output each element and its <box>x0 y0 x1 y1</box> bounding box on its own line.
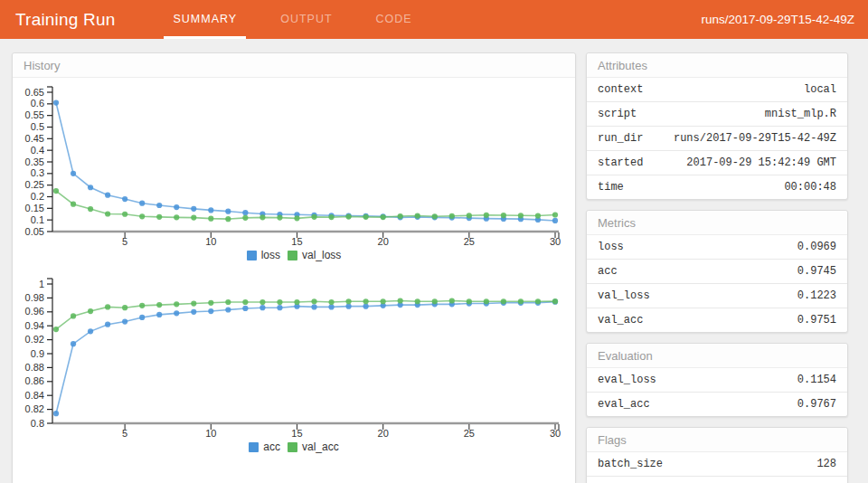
kv-value: mnist_mlp.R <box>765 108 836 120</box>
metrics-rows: loss0.0969acc0.9745val_loss0.1223val_acc… <box>587 235 847 332</box>
main-content: History 510152025300.650.60.550.50.450.4… <box>0 39 868 483</box>
kv-key: acc <box>598 265 618 278</box>
svg-text:0.3: 0.3 <box>31 167 44 178</box>
attributes-panel-title: Attributes <box>587 53 847 78</box>
svg-text:0.88: 0.88 <box>25 362 44 373</box>
svg-text:5: 5 <box>122 236 127 247</box>
kv-row: val_acc0.9751 <box>587 308 847 332</box>
svg-text:25: 25 <box>464 236 475 247</box>
flags-rows: batch_size128dropout10.4 <box>587 452 847 483</box>
legend-label: val_acc <box>302 440 339 453</box>
kv-key: batch_size <box>598 458 663 470</box>
flags-panel-title: Flags <box>587 428 847 452</box>
kv-value: 00:00:48 <box>784 181 836 194</box>
kv-row: time00:00:48 <box>587 175 847 199</box>
kv-row: started2017-09-29 15:42:49 GMT <box>587 151 847 175</box>
legend-swatch-icon <box>288 251 297 260</box>
summary-sidebar: Attributes contextlocalscriptmnist_mlp.R… <box>586 52 848 483</box>
tab-output[interactable]: OUTPUT <box>259 0 354 39</box>
tab-bar: SUMMARY OUTPUT CODE <box>151 0 433 39</box>
svg-text:10: 10 <box>205 236 216 247</box>
svg-text:0.65: 0.65 <box>25 87 44 98</box>
svg-text:0.9: 0.9 <box>31 348 44 359</box>
kv-key: run_dir <box>598 132 643 145</box>
app-header: Training Run SUMMARY OUTPUT CODE runs/20… <box>0 0 868 39</box>
kv-value: 0.9745 <box>797 265 836 278</box>
svg-text:0.6: 0.6 <box>31 98 44 109</box>
kv-value: 0.9751 <box>797 314 836 327</box>
history-panel: History 510152025300.650.60.550.50.450.4… <box>12 52 576 483</box>
legend-label: acc <box>263 440 280 453</box>
kv-value: 128 <box>816 458 836 470</box>
svg-text:15: 15 <box>291 428 302 439</box>
legend-swatch-icon <box>247 251 257 260</box>
kv-key: time <box>598 181 624 194</box>
run-label: runs/2017-09-29T15-42-49Z <box>701 0 868 39</box>
svg-text:0.1: 0.1 <box>31 214 44 225</box>
svg-text:15: 15 <box>291 236 302 247</box>
metrics-panel: Metrics loss0.0969acc0.9745val_loss0.122… <box>586 210 848 333</box>
history-panel-title: History <box>13 53 575 78</box>
svg-text:0.2: 0.2 <box>31 191 44 202</box>
kv-value: runs/2017-09-29T15-42-49Z <box>674 132 836 145</box>
svg-text:0.84: 0.84 <box>25 390 44 401</box>
svg-text:0.55: 0.55 <box>25 109 44 120</box>
evaluation-panel-title: Evaluation <box>587 344 847 368</box>
svg-text:0.25: 0.25 <box>25 179 44 190</box>
legend-swatch-icon <box>288 442 297 452</box>
kv-value: 2017-09-29 15:42:49 GMT <box>686 156 836 169</box>
svg-text:1: 1 <box>39 279 44 289</box>
app-title: Training Run <box>0 0 151 39</box>
svg-text:0.82: 0.82 <box>25 403 44 414</box>
kv-value: 0.0969 <box>797 241 836 253</box>
kv-key: eval_loss <box>598 374 656 386</box>
kv-row: dropout10.4 <box>587 477 847 483</box>
legend-label: loss <box>261 249 280 261</box>
svg-text:0.15: 0.15 <box>25 203 44 213</box>
kv-key: script <box>598 108 637 120</box>
kv-key: started <box>598 156 643 169</box>
legend-swatch-icon <box>249 442 259 452</box>
attributes-rows: contextlocalscriptmnist_mlp.Rrun_dirruns… <box>587 78 847 199</box>
svg-text:0.45: 0.45 <box>25 133 44 144</box>
kv-value: 0.1154 <box>797 374 836 386</box>
svg-text:10: 10 <box>205 428 216 439</box>
kv-row: batch_size128 <box>587 452 847 477</box>
legend-item-val_acc: val_acc <box>288 440 339 453</box>
kv-key: val_loss <box>598 289 650 302</box>
evaluation-rows: eval_loss0.1154eval_acc0.9767 <box>587 368 847 416</box>
svg-text:5: 5 <box>122 428 127 439</box>
svg-text:0.86: 0.86 <box>25 375 44 386</box>
loss-chart: 510152025300.650.60.550.50.450.40.350.30… <box>22 81 564 248</box>
svg-text:0.05: 0.05 <box>25 226 44 237</box>
svg-text:0.98: 0.98 <box>25 292 44 303</box>
legend-item-val_loss: val_loss <box>288 249 341 261</box>
kv-value: 0.1223 <box>797 289 836 302</box>
svg-text:0.35: 0.35 <box>25 156 44 167</box>
accuracy-chart-legend: accval_acc <box>22 440 566 459</box>
kv-key: context <box>598 83 643 96</box>
kv-key: val_acc <box>598 314 643 327</box>
attributes-panel: Attributes contextlocalscriptmnist_mlp.R… <box>586 52 848 200</box>
metrics-panel-title: Metrics <box>587 211 847 235</box>
svg-text:0.8: 0.8 <box>31 418 44 429</box>
svg-text:20: 20 <box>378 428 389 439</box>
tab-code[interactable]: CODE <box>354 0 434 39</box>
svg-text:20: 20 <box>378 236 389 247</box>
kv-row: scriptmnist_mlp.R <box>587 102 847 127</box>
legend-item-acc: acc <box>249 440 280 453</box>
kv-value: 0.9767 <box>797 398 836 411</box>
loss-chart-block: 510152025300.650.60.550.50.450.40.350.30… <box>13 78 575 270</box>
kv-row: run_dirruns/2017-09-29T15-42-49Z <box>587 127 847 151</box>
kv-row: eval_loss0.1154 <box>587 368 847 393</box>
kv-row: acc0.9745 <box>587 260 847 284</box>
kv-row: val_loss0.1223 <box>587 284 847 308</box>
svg-text:0.4: 0.4 <box>31 145 44 156</box>
svg-text:0.5: 0.5 <box>31 121 44 132</box>
kv-row: contextlocal <box>587 78 847 102</box>
svg-text:0.94: 0.94 <box>25 320 44 331</box>
svg-text:0.92: 0.92 <box>25 334 44 345</box>
kv-key: loss <box>598 241 624 253</box>
legend-label: val_loss <box>302 249 341 261</box>
tab-summary[interactable]: SUMMARY <box>151 0 259 39</box>
